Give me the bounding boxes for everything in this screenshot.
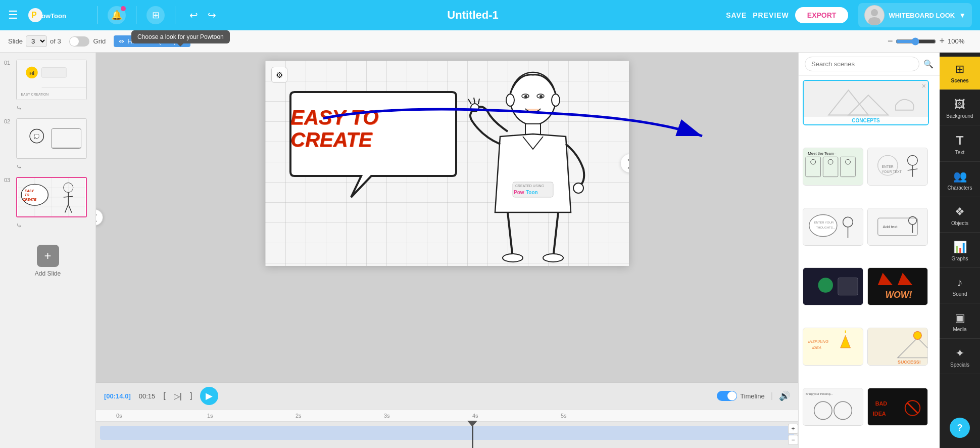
slide-2-move-btn[interactable]: ⤷ <box>16 163 22 171</box>
ruler-5s: 5s <box>561 413 567 419</box>
scenes-icon: ⊞ <box>955 63 964 76</box>
svg-text:ENTER YOUR: ENTER YOUR <box>814 221 834 224</box>
arrows-icon: ⇔ <box>119 37 124 45</box>
notification-badge <box>121 6 126 11</box>
svg-text:SUCCESS!: SUCCESS! <box>898 360 921 365</box>
easy-to-create-text: EASY TO CREATE <box>290 106 378 151</box>
svg-text:WOW!: WOW! <box>885 290 912 300</box>
slide-thumb-2[interactable]: 💭 <box>16 118 87 159</box>
scene-card-concepts[interactable]: × CONCEPTS <box>803 80 929 125</box>
scene-card-5[interactable]: Add text <box>867 208 928 246</box>
collapse-sidebar-button[interactable]: ❮ <box>96 209 103 226</box>
slide-item-3[interactable]: 03 <box>0 174 95 233</box>
scene-search-input[interactable] <box>805 57 919 71</box>
play-step-icon: ▷| <box>174 391 182 401</box>
sidebar-item-characters[interactable]: 👥 Characters <box>940 164 980 197</box>
scene-3-svg: ENTER YOUR TEXT <box>868 148 927 186</box>
timeline-add-bottom-btn[interactable]: − <box>788 435 798 445</box>
svg-text:CREATED USING: CREATED USING <box>515 184 544 188</box>
scene-card-10[interactable]: Bring your thinking... <box>803 388 863 426</box>
scene-card-8[interactable]: INSPIRING IDEA <box>803 328 863 366</box>
sidebar-item-specials[interactable]: ✦ Specials <box>940 341 980 374</box>
slide-num-select[interactable]: 3 1 2 <box>26 35 47 47</box>
svg-text:IDEA: IDEA <box>873 411 886 417</box>
add-slide-button[interactable]: + Add Slide <box>31 237 65 285</box>
canvas-wrapper[interactable]: ⚙ EASY TO CREATE <box>265 61 629 266</box>
zoom-slider[interactable] <box>896 37 936 46</box>
scene-card-4[interactable]: ENTER YOUR THOUGHTS... <box>803 208 863 246</box>
scenes-label: Scenes <box>951 78 968 83</box>
svg-point-41 <box>471 104 479 112</box>
timeline-toggle[interactable]: Timeline <box>717 391 765 401</box>
style-selector[interactable]: WHITEBOARD LOOK ▼ <box>858 3 972 27</box>
slide-num-2: 02 <box>4 118 13 124</box>
canvas-settings-button[interactable]: ⚙ <box>271 67 287 83</box>
slide-item-1[interactable]: 01 Hi EASY CREATION <box>0 57 95 115</box>
timeline-add-top-btn[interactable]: + <box>788 424 798 434</box>
sidebar-item-graphs[interactable]: 📊 Graphs <box>940 235 980 268</box>
sidebar-item-scenes[interactable]: ⊞ Scenes <box>940 57 980 90</box>
help-button[interactable]: ? <box>950 418 970 438</box>
app-title: Untitled-1 <box>226 9 720 22</box>
slide-thumb-3[interactable]: EASY TO CREATE <box>16 177 87 217</box>
zoom-value: 100% <box>948 37 972 45</box>
slide-3-svg: EASY TO CREATE <box>17 178 86 216</box>
scene-card-6[interactable] <box>803 267 863 305</box>
sidebar-item-media[interactable]: ▣ Media <box>940 305 980 339</box>
slide-thumb-2-content: 💭 <box>17 119 86 158</box>
updates-icon-btn[interactable]: 🔔 <box>108 6 126 24</box>
grid-label: Grid <box>93 37 106 45</box>
separator: | <box>771 391 773 400</box>
ruler-content: 0s 1s 2s 3s 4s 5s <box>96 410 798 421</box>
grid-toggle-thumb <box>70 37 79 46</box>
timeline-toggle-track[interactable] <box>717 391 737 401</box>
text-icon: T <box>956 133 964 148</box>
slide-1-move-btn[interactable]: ⤷ <box>16 104 22 112</box>
scene-card-10-thumb: Bring your thinking... <box>803 388 863 425</box>
time-total: 00:15 <box>139 392 156 400</box>
slide-thumb-1[interactable]: Hi EASY CREATION <box>16 60 87 100</box>
redo-btn[interactable]: ↪ <box>204 7 220 23</box>
svg-point-96 <box>913 332 921 340</box>
scene-card-3[interactable]: ENTER YOUR TEXT <box>867 148 928 186</box>
zoom-in-button[interactable]: + <box>939 36 945 47</box>
sidebar-item-objects[interactable]: ❖ Objects <box>940 199 980 233</box>
zoom-out-button[interactable]: − <box>888 36 893 47</box>
slides-icon-btn[interactable]: ⊞ <box>146 6 165 24</box>
menu-icon[interactable]: ☰ <box>8 9 18 22</box>
character-area[interactable]: CREATED USING Pow Toon <box>452 71 614 263</box>
save-button[interactable]: SAVE <box>726 11 747 19</box>
undo-btn[interactable]: ↩ <box>185 7 202 23</box>
scene-card-2[interactable]: –Meet the Team– <box>803 148 863 186</box>
volume-button[interactable]: 🔊 <box>779 390 790 401</box>
orientation-button[interactable]: ⇔ Horizontal (16:9) ▼ <box>114 35 190 47</box>
scene-card-9[interactable]: SUCCESS! <box>867 328 928 366</box>
slide-2-actions: ⤷ <box>16 163 87 171</box>
scene-card-7[interactable]: WOW! <box>867 267 928 305</box>
svg-text:Pow: Pow <box>514 190 524 195</box>
preview-button[interactable]: PREVIEW <box>753 11 789 19</box>
sidebar-item-text[interactable]: T Text <box>940 127 980 162</box>
svg-rect-77 <box>868 208 927 245</box>
grid-toggle[interactable]: Grid <box>69 36 106 47</box>
scene-card-11[interactable]: BAD IDEA <box>867 388 928 426</box>
export-button[interactable]: EXPORT <box>795 7 849 23</box>
slide-item-2[interactable]: 02 💭 ⤷ <box>0 115 95 174</box>
svg-line-43 <box>474 98 475 103</box>
scene-card-4-thumb: ENTER YOUR THOUGHTS... <box>803 208 863 245</box>
play-button[interactable]: ▶ <box>200 387 218 405</box>
slide-num-1: 01 <box>4 60 13 66</box>
slide-3-move-btn[interactable]: ⤷ <box>16 221 22 230</box>
scene-card-concepts-close[interactable]: × <box>922 82 926 90</box>
sidebar-item-sound[interactable]: ♪ Sound <box>940 270 980 303</box>
characters-label: Characters <box>948 185 972 191</box>
scene-4-svg: ENTER YOUR THOUGHTS... <box>803 208 863 246</box>
easy-line1: EASY TO <box>290 106 378 128</box>
scene-7-svg: WOW! <box>868 267 927 305</box>
sidebar-item-background[interactable]: 🖼 Background <box>940 92 980 125</box>
timeline-track-1[interactable] <box>100 426 794 440</box>
grid-toggle-track[interactable] <box>69 36 89 47</box>
scene-11-svg: BAD IDEA <box>868 388 927 426</box>
svg-point-37 <box>540 95 543 98</box>
graphs-icon: 📊 <box>953 241 967 254</box>
